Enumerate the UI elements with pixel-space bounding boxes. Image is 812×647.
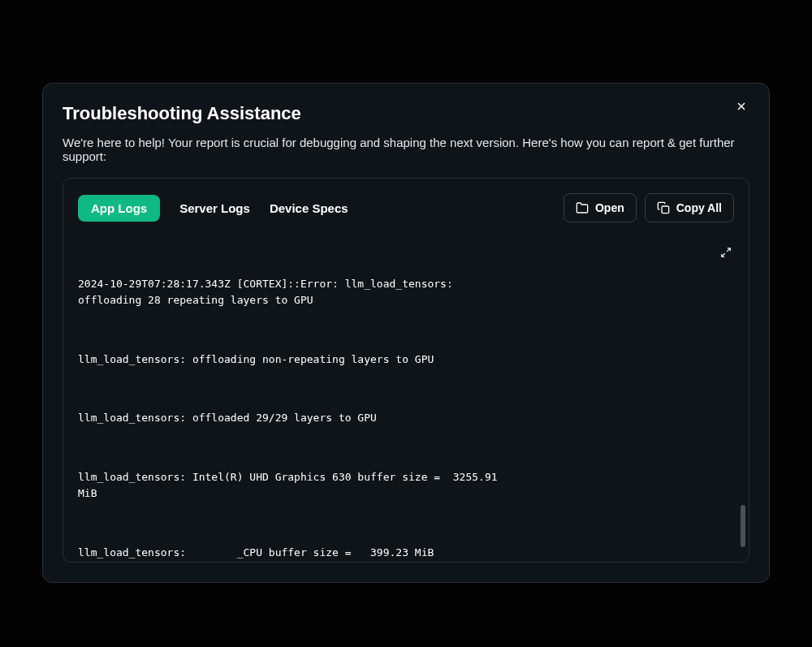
modal-title: Troubleshooting Assistance [63,103,301,124]
log-line: llm_load_tensors: _CPU buffer size = 399… [78,545,500,562]
log-area[interactable]: 2024-10-29T07:28:17.343Z [CORTEX]::Error… [63,234,749,562]
log-line: llm_load_tensors: offloaded 29/29 layers… [78,410,500,427]
log-line: 2024-10-29T07:28:17.343Z [CORTEX]::Error… [78,276,500,310]
scrollbar[interactable] [741,242,745,554]
folder-icon [576,201,589,214]
svg-line-4 [722,253,725,257]
tab-device-specs[interactable]: Device Specs [270,195,348,222]
tab-app-logs[interactable]: App Logs [78,195,160,222]
log-content: 2024-10-29T07:28:17.343Z [CORTEX]::Error… [78,242,500,562]
expand-icon [720,247,732,258]
close-button[interactable] [733,98,749,114]
logs-panel: App Logs Server Logs Device Specs Open C [63,178,749,563]
copy-icon [657,201,670,214]
copy-all-button[interactable]: Copy All [645,193,734,222]
toolbar: App Logs Server Logs Device Specs Open C [63,179,749,234]
svg-line-3 [727,248,730,251]
scrollbar-thumb[interactable] [741,505,745,547]
open-label: Open [595,201,624,214]
tabs: App Logs Server Logs Device Specs [78,195,348,222]
modal-header: Troubleshooting Assistance [63,103,749,124]
copy-all-label: Copy All [676,201,722,214]
log-line: llm_load_tensors: offloading non-repeati… [78,352,500,369]
open-button[interactable]: Open [564,193,637,222]
actions: Open Copy All [564,193,734,222]
expand-button[interactable] [718,245,734,261]
svg-rect-2 [662,206,669,214]
modal-subtitle: We're here to help! Your report is cruci… [63,136,749,163]
tab-server-logs[interactable]: Server Logs [179,195,250,222]
close-icon [735,100,748,113]
troubleshooting-modal: Troubleshooting Assistance We're here to… [42,83,770,583]
log-line: llm_load_tensors: Intel(R) UHD Graphics … [78,469,500,503]
